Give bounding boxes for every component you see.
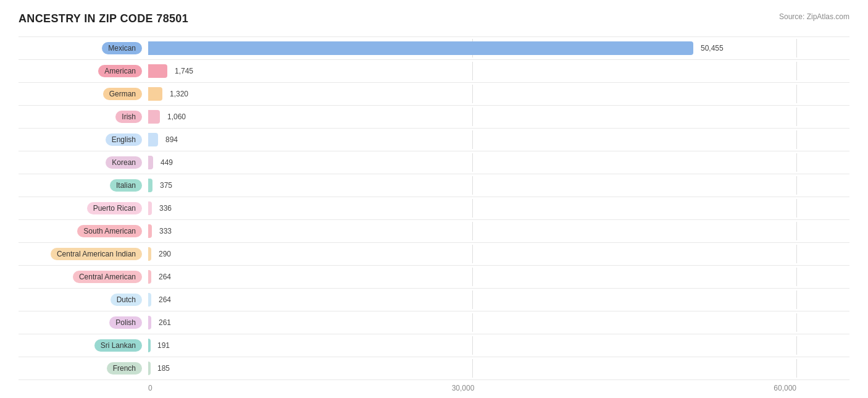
- bar-cell: 375: [148, 176, 849, 195]
- bar-label: German: [19, 88, 148, 100]
- bar-cell: 191: [148, 336, 849, 355]
- bar-value-label: 449: [161, 158, 173, 167]
- bar-cell: 50,455: [148, 39, 849, 57]
- bar: [148, 41, 693, 55]
- bar-label: Italian: [19, 179, 148, 192]
- bar: [148, 293, 151, 307]
- bar: [148, 201, 152, 215]
- bar: [148, 133, 158, 146]
- bar-value-label: 261: [159, 318, 171, 327]
- bar-value-label: 894: [165, 135, 178, 144]
- bar-cell: 336: [148, 199, 849, 218]
- bar-label: Dutch: [19, 294, 148, 306]
- bar-value-label: 50,455: [701, 44, 724, 53]
- table-row: English894: [19, 128, 849, 151]
- bar: [148, 179, 152, 192]
- bar-label: Puerto Rican: [19, 202, 148, 214]
- table-row: Central American264: [19, 265, 849, 288]
- bar-label: Central American: [19, 271, 148, 283]
- bar-value-label: 1,060: [167, 112, 186, 121]
- table-row: French185: [19, 357, 849, 380]
- bar-cell: 1,320: [148, 85, 849, 103]
- bar-value-label: 1,320: [170, 90, 188, 98]
- bar-label: Irish: [19, 111, 148, 123]
- source-label: Source: ZipAtlas.com: [779, 12, 849, 21]
- bar-cell: 1,060: [148, 108, 849, 126]
- x-axis: 030,00060,000: [19, 384, 796, 392]
- chart-header: ANCESTRY IN ZIP CODE 78501 Source: ZipAt…: [19, 12, 849, 25]
- table-row: Sri Lankan191: [19, 334, 849, 357]
- bar: [148, 316, 151, 329]
- bar-value-label: 336: [159, 204, 172, 213]
- bar-label: Polish: [19, 316, 148, 329]
- bar-label: American: [19, 65, 148, 77]
- table-row: Dutch264: [19, 288, 849, 311]
- bar: [148, 247, 151, 261]
- bar-cell: 185: [148, 359, 849, 378]
- bar-value-label: 264: [159, 295, 171, 304]
- table-row: Polish261: [19, 311, 849, 334]
- bar-value-label: 375: [160, 181, 172, 190]
- table-row: Korean449: [19, 151, 849, 174]
- bar-label: Sri Lankan: [19, 339, 148, 352]
- bar-cell: 264: [148, 268, 849, 286]
- bar: [148, 270, 151, 284]
- bar: [148, 87, 162, 101]
- bar-value-label: 1,745: [175, 67, 193, 75]
- x-tick-label: 0: [148, 384, 152, 392]
- table-row: Irish1,060: [19, 105, 849, 128]
- bar-label: French: [19, 362, 148, 375]
- table-row: Mexican50,455: [19, 36, 849, 59]
- table-row: South American333: [19, 219, 849, 242]
- table-row: Central American Indian290: [19, 242, 849, 265]
- bar: [148, 339, 151, 352]
- bar-label: Central American Indian: [19, 248, 148, 260]
- bar: [148, 224, 152, 238]
- bar-cell: 261: [148, 313, 849, 332]
- bar-value-label: 191: [157, 341, 170, 350]
- bar-value-label: 290: [159, 250, 171, 258]
- bar-value-label: 264: [159, 273, 171, 281]
- bar-label: Mexican: [19, 42, 148, 54]
- bar: [148, 362, 151, 375]
- bar-label: English: [19, 133, 148, 146]
- bar: [148, 64, 167, 78]
- bar-cell: 449: [148, 153, 849, 172]
- x-tick-label: 30,000: [452, 384, 475, 392]
- bar-label: Korean: [19, 156, 148, 169]
- bar-value-label: 185: [157, 364, 170, 373]
- table-row: American1,745: [19, 59, 849, 82]
- bar-cell: 894: [148, 130, 849, 149]
- chart-title: ANCESTRY IN ZIP CODE 78501: [19, 12, 188, 25]
- bar-cell: 1,745: [148, 62, 849, 80]
- bar-cell: 290: [148, 245, 849, 263]
- bar-cell: 264: [148, 290, 849, 309]
- x-tick-label: 60,000: [774, 384, 796, 392]
- bar-value-label: 333: [159, 227, 172, 235]
- bar: [148, 156, 153, 169]
- chart-area: Mexican50,455American1,745German1,320Iri…: [19, 36, 849, 380]
- table-row: German1,320: [19, 82, 849, 105]
- table-row: Italian375: [19, 174, 849, 197]
- table-row: Puerto Rican336: [19, 197, 849, 219]
- bar-label: South American: [19, 225, 148, 237]
- bar: [148, 110, 160, 124]
- bar-cell: 333: [148, 222, 849, 240]
